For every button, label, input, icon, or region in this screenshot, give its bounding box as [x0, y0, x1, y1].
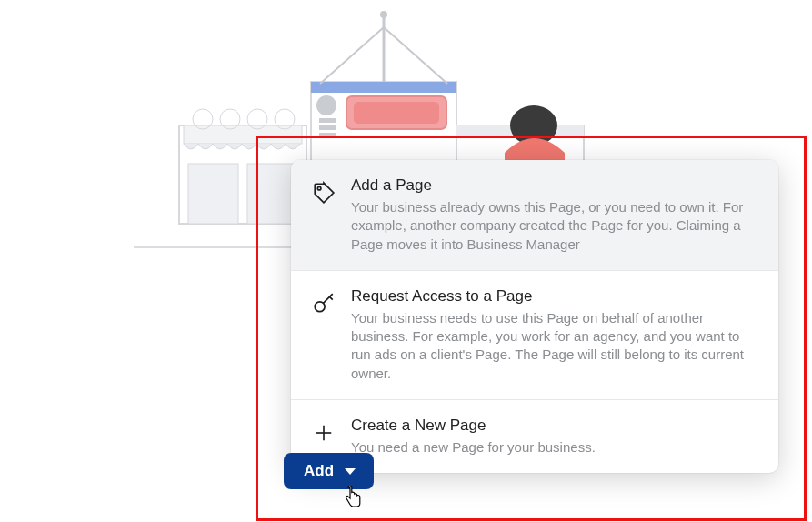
- svg-rect-4: [184, 125, 302, 144]
- svg-rect-10: [311, 82, 456, 93]
- svg-rect-16: [319, 118, 336, 123]
- menu-item-request-access[interactable]: Request Access to a Page Your business n…: [291, 271, 778, 400]
- menu-item-add-page[interactable]: Add a Page Your business already owns th…: [291, 160, 778, 271]
- menu-item-title: Add a Page: [351, 176, 758, 195]
- svg-rect-17: [319, 125, 336, 130]
- svg-rect-19: [346, 96, 446, 129]
- plus-icon: [311, 420, 336, 446]
- menu-item-desc: Your business needs to use this Page on …: [351, 309, 758, 383]
- svg-line-27: [330, 296, 333, 299]
- svg-rect-22: [456, 125, 584, 136]
- svg-point-12: [380, 11, 387, 18]
- svg-line-13: [320, 27, 384, 84]
- svg-rect-18: [319, 133, 336, 137]
- svg-rect-7: [247, 109, 267, 129]
- menu-item-desc: Your business already owns this Page, or…: [351, 198, 758, 254]
- svg-point-15: [316, 95, 336, 115]
- menu-item-title: Request Access to a Page: [351, 287, 758, 306]
- svg-line-14: [384, 27, 447, 84]
- menu-item-title: Create a New Page: [351, 417, 758, 435]
- svg-rect-5: [193, 109, 213, 129]
- add-page-menu: Add a Page Your business already owns th…: [291, 160, 778, 473]
- svg-point-24: [317, 186, 320, 189]
- svg-rect-8: [275, 109, 295, 129]
- tag-icon: [311, 180, 336, 206]
- svg-rect-20: [354, 102, 439, 124]
- pointer-cursor-icon: [343, 486, 363, 513]
- menu-item-desc: You need a new Page for your business.: [351, 438, 758, 457]
- add-button-label: Add: [304, 462, 334, 480]
- chevron-down-icon: [345, 468, 356, 475]
- add-button[interactable]: Add: [284, 453, 374, 489]
- svg-point-23: [510, 105, 557, 146]
- key-icon: [311, 291, 336, 316]
- svg-rect-2: [188, 164, 238, 224]
- svg-rect-6: [220, 109, 240, 129]
- svg-rect-1: [179, 125, 306, 224]
- svg-rect-3: [247, 164, 297, 224]
